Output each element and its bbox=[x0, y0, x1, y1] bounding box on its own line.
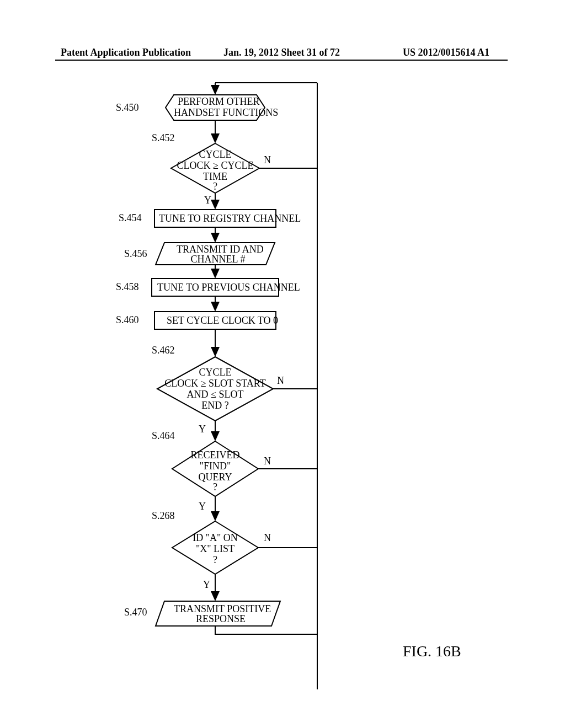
s462-no: N bbox=[277, 375, 284, 387]
s470-l2: RESPONSE bbox=[174, 613, 268, 625]
ref-s452: S.452 bbox=[152, 132, 175, 144]
s268-l3: ? bbox=[182, 554, 248, 566]
s462-l4: END ? bbox=[182, 400, 248, 411]
s450-line1: PERFORM OTHER bbox=[178, 96, 252, 108]
s464-l1: RECEIVED bbox=[182, 449, 248, 461]
s268-yes: Y bbox=[203, 579, 210, 591]
s464-yes: Y bbox=[199, 501, 206, 512]
flowchart: S.450 PERFORM OTHER HANDSET FUNCTIONS S.… bbox=[121, 83, 320, 689]
s452-l1: CYCLE bbox=[185, 149, 246, 160]
s462-l2: CLOCK ≥ SLOT START bbox=[163, 378, 268, 389]
ref-s268: S.268 bbox=[152, 510, 175, 522]
s452-yes: Y bbox=[204, 195, 211, 206]
ref-s460: S.460 bbox=[116, 314, 139, 326]
figure-label: FIG. 16B bbox=[403, 643, 461, 660]
s454-text: TUNE TO REGISTRY CHANNEL bbox=[159, 213, 301, 224]
s268-l2: "X" LIST bbox=[182, 543, 248, 555]
ref-s454: S.454 bbox=[119, 212, 142, 224]
s464-l4: ? bbox=[182, 481, 248, 493]
ref-s456: S.456 bbox=[124, 248, 147, 260]
ref-s470: S.470 bbox=[124, 607, 147, 618]
ref-s450: S.450 bbox=[116, 102, 139, 114]
ref-s464: S.464 bbox=[152, 430, 175, 442]
s268-no: N bbox=[264, 532, 271, 544]
s452-l4: ? bbox=[185, 181, 246, 192]
s456-l2: CHANNEL # bbox=[177, 254, 259, 265]
s462-yes: Y bbox=[199, 424, 206, 435]
s464-l2: "FIND" bbox=[182, 461, 248, 472]
s462-l3: AND ≤ SLOT bbox=[174, 389, 257, 400]
s450-line2: HANDSET FUNCTIONS bbox=[174, 107, 257, 119]
s462-l1: CYCLE bbox=[182, 367, 248, 378]
header-rule bbox=[55, 60, 508, 61]
s464-no: N bbox=[264, 456, 271, 467]
s452-no: N bbox=[264, 154, 271, 166]
header-left: Patent Application Publication bbox=[61, 47, 191, 58]
s268-l1: ID "A" ON bbox=[182, 532, 248, 544]
ref-s462: S.462 bbox=[152, 345, 175, 356]
ref-s458: S.458 bbox=[116, 281, 139, 293]
s460-text: SET CYCLE CLOCK TO 0 bbox=[167, 315, 278, 326]
header-center: Jan. 19, 2012 Sheet 31 of 72 bbox=[223, 47, 340, 58]
s452-l2: CLOCK ≥ CYCLE bbox=[177, 160, 254, 172]
header-right: US 2012/0015614 A1 bbox=[403, 47, 489, 58]
s458-text: TUNE TO PREVIOUS CHANNEL bbox=[157, 282, 300, 293]
